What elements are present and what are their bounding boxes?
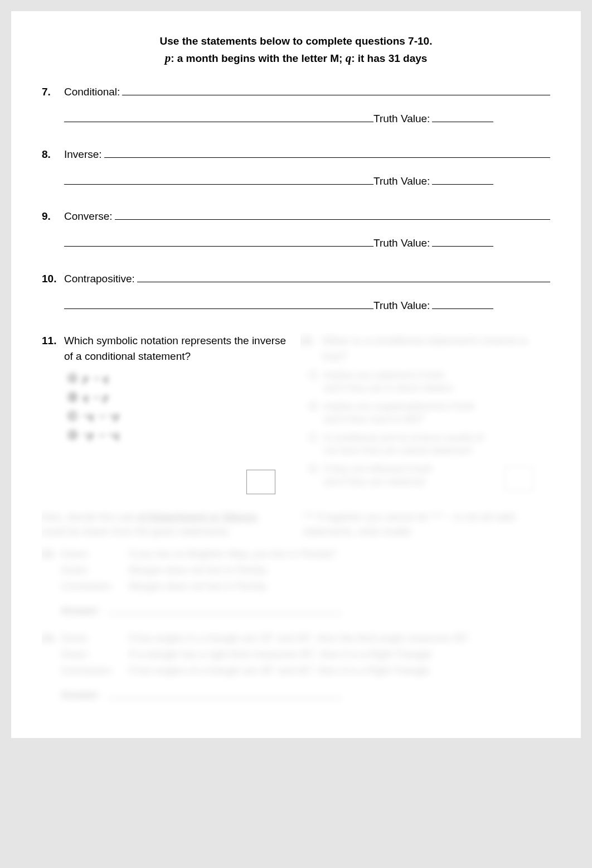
truth-value-label: Truth Value: xyxy=(373,175,430,187)
truth-value-blank[interactable] xyxy=(432,110,493,122)
truth-value-blank[interactable] xyxy=(432,235,493,247)
q-label: Conditional: xyxy=(64,86,120,98)
truth-value-label: Truth Value: xyxy=(373,300,430,312)
answer-blank[interactable] xyxy=(108,688,342,698)
answer-box[interactable] xyxy=(504,466,533,491)
question-11: 11. Which symbolic notation represents t… xyxy=(42,333,292,494)
q-number: 10. xyxy=(42,273,64,285)
answer-label: Answer: xyxy=(61,688,100,703)
answer-blank[interactable] xyxy=(108,604,342,614)
answer-blank-continued[interactable] xyxy=(64,110,373,122)
answer-blank[interactable] xyxy=(115,209,550,220)
question-12: 12. When is a conditional statement's in… xyxy=(300,333,551,494)
q12-text: When is a conditional statement's invers… xyxy=(323,333,551,364)
choice-c[interactable]: Ⓒ ~q → ~p xyxy=(67,409,292,423)
truth-value-blank[interactable] xyxy=(432,173,493,185)
choice-b[interactable]: Ⓑ Implies any inapplicable(one) if botha… xyxy=(308,401,551,426)
q-number: 8. xyxy=(42,148,64,161)
choice-c[interactable]: Ⓒ A conditional and its inverse usually … xyxy=(308,432,551,457)
answer-blank[interactable] xyxy=(137,271,550,282)
answer-blank-continued[interactable] xyxy=(64,173,373,185)
truth-value-label: Truth Value: xyxy=(373,113,430,125)
answer-blank-continued[interactable] xyxy=(64,235,373,247)
var-q: q xyxy=(346,51,352,65)
question-14: 14. Given:If two angles in a triangle ar… xyxy=(42,631,550,713)
q11-q12-row: 11. Which symbolic notation represents t… xyxy=(42,333,550,494)
question-8: 8. Inverse: Truth Value: xyxy=(42,146,550,187)
choice-d[interactable]: Ⓓ ~p → ~q xyxy=(67,428,292,442)
header-line1: Use the statements below to complete que… xyxy=(42,33,550,50)
q-number: 14. xyxy=(42,631,61,713)
answer-box[interactable] xyxy=(246,470,275,494)
q-number: 12. xyxy=(300,333,323,364)
question-13: 13. Given:If you live on Brighten Way, y… xyxy=(42,547,550,629)
q-label: Converse: xyxy=(64,210,113,223)
question-9: 9. Converse: Truth Value: xyxy=(42,209,550,250)
truth-value-label: Truth Value: xyxy=(373,237,430,249)
worksheet-page: Use the statements below to complete que… xyxy=(11,11,581,738)
q11-text: Which symbolic notation represents the i… xyxy=(64,333,292,364)
answer-blank-continued[interactable] xyxy=(64,297,373,309)
q-number: 11. xyxy=(42,335,64,347)
lower-section: Also, decide the Law of Detachment or Si… xyxy=(42,494,550,716)
section-instructions: Also, decide the Law of Detachment or Si… xyxy=(42,510,550,539)
q-label: Inverse: xyxy=(64,148,102,161)
choice-b[interactable]: Ⓑ q → p xyxy=(67,390,292,404)
q-label: Contrapositive: xyxy=(64,273,135,285)
q-number: 7. xyxy=(42,86,64,98)
truth-value-blank[interactable] xyxy=(432,297,493,309)
answer-blank[interactable] xyxy=(122,84,550,95)
answer-label: Answer: xyxy=(61,604,100,619)
answer-blank[interactable] xyxy=(104,146,550,158)
choice-a[interactable]: Ⓐ p → q xyxy=(67,372,292,385)
header-instructions: Use the statements below to complete que… xyxy=(42,33,550,67)
var-p: p xyxy=(165,51,171,65)
header-line2: p: a month begins with the letter M; q: … xyxy=(42,50,550,67)
question-10: 10. Contrapositive: Truth Value: xyxy=(42,271,550,312)
question-7: 7. Conditional: Truth Value: xyxy=(42,84,550,125)
q-number: 9. xyxy=(42,210,64,223)
q-number: 13. xyxy=(42,547,61,629)
choice-a[interactable]: Ⓐ Implies any statement if bothand if th… xyxy=(308,369,551,395)
